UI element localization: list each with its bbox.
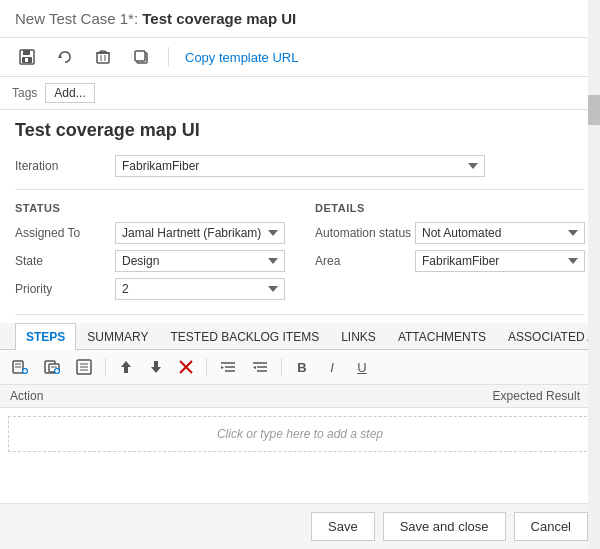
bottom-bar: Save Save and close Cancel <box>0 503 600 549</box>
add-step-icon <box>12 359 28 375</box>
toolbar-sep-3 <box>281 358 282 376</box>
priority-label: Priority <box>15 282 115 296</box>
outdent-button[interactable] <box>246 356 274 378</box>
outdent-icon <box>252 360 268 374</box>
tab-associated-automation[interactable]: ASSOCIATED AUTOMATION <box>497 323 600 350</box>
area-row: Area FabrikamFiber <box>315 250 585 272</box>
area-select[interactable]: FabrikamFiber <box>415 250 585 272</box>
automation-status-row: Automation status Not Automated Planned … <box>315 222 585 244</box>
automation-status-select[interactable]: Not Automated Planned Automated <box>415 222 585 244</box>
delete-step-icon <box>179 360 193 374</box>
toolbar-separator <box>168 47 169 67</box>
delete-step-button[interactable] <box>173 356 199 378</box>
copy-template-button[interactable]: Copy template URL <box>185 50 298 65</box>
state-select[interactable]: Design <box>115 250 285 272</box>
tab-links[interactable]: LINKS <box>330 323 387 350</box>
assigned-to-label: Assigned To <box>15 226 115 240</box>
state-row: State Design <box>15 250 285 272</box>
save-icon-button[interactable] <box>12 44 42 70</box>
toolbar-sep-1 <box>105 358 106 376</box>
delete-button[interactable] <box>88 44 118 70</box>
divider-1 <box>15 189 585 190</box>
details-section: DETAILS Automation status Not Automated … <box>305 198 585 306</box>
steps-header: Action Expected Result <box>0 385 600 408</box>
steps-area: Action Expected Result Click or type her… <box>0 385 600 452</box>
priority-row: Priority 2 <box>15 278 285 300</box>
title-bar: New Test Case 1*: Test coverage map UI <box>0 0 600 38</box>
toolbar: Copy template URL <box>0 38 600 77</box>
move-down-button[interactable] <box>143 356 169 378</box>
svg-rect-30 <box>154 361 158 367</box>
save-icon <box>19 49 35 65</box>
add-step-button[interactable] <box>6 355 34 379</box>
steps-action-col-header: Action <box>10 389 390 403</box>
iteration-row: Iteration FabrikamFiber <box>15 155 585 177</box>
steps-tabs: STEPSSUMMARYTESTED BACKLOG ITEMSLINKSATT… <box>0 323 600 350</box>
tab-tested-backlog-items[interactable]: TESTED BACKLOG ITEMS <box>159 323 330 350</box>
area-label: Area <box>315 254 415 268</box>
save-button[interactable]: Save <box>311 512 375 541</box>
svg-marker-27 <box>121 361 131 367</box>
delete-icon <box>95 49 111 65</box>
divider-2 <box>15 314 585 315</box>
svg-rect-5 <box>97 53 109 63</box>
svg-marker-36 <box>221 366 224 369</box>
bold-button[interactable]: B <box>289 356 315 379</box>
iteration-select[interactable]: FabrikamFiber <box>115 155 485 177</box>
move-down-icon <box>150 360 162 374</box>
status-section: STATUS Assigned To Jamal Hartnett (Fabri… <box>15 198 305 306</box>
title-prefix: New Test Case 1*: <box>15 10 142 27</box>
status-header: STATUS <box>15 202 285 214</box>
save-and-close-button[interactable]: Save and close <box>383 512 506 541</box>
undo-button[interactable] <box>50 44 80 70</box>
tags-label: Tags <box>12 86 37 100</box>
cancel-button[interactable]: Cancel <box>514 512 588 541</box>
two-col-section: STATUS Assigned To Jamal Hartnett (Fabri… <box>15 198 585 306</box>
insert-shared-step-button[interactable] <box>70 355 98 379</box>
automation-status-label: Automation status <box>315 226 415 240</box>
scrollbar-thumb[interactable] <box>588 95 600 125</box>
svg-marker-4 <box>58 54 62 58</box>
steps-toolbar: B I U <box>0 350 600 385</box>
tab-steps[interactable]: STEPS <box>15 323 76 350</box>
assigned-to-row: Assigned To Jamal Hartnett (Fabrikam) <box>15 222 285 244</box>
svg-rect-1 <box>23 50 30 55</box>
copy-button[interactable] <box>126 44 156 70</box>
copy-icon <box>133 49 149 65</box>
italic-button[interactable]: I <box>319 356 345 379</box>
state-label: State <box>15 254 115 268</box>
underline-button[interactable]: U <box>349 356 375 379</box>
undo-icon <box>57 49 73 65</box>
assigned-to-select[interactable]: Jamal Hartnett (Fabrikam) <box>115 222 285 244</box>
move-up-button[interactable] <box>113 356 139 378</box>
iteration-label: Iteration <box>15 159 115 173</box>
add-shared-step-button[interactable] <box>38 355 66 379</box>
add-shared-step-icon <box>44 359 60 375</box>
tab-summary[interactable]: SUMMARY <box>76 323 159 350</box>
svg-marker-40 <box>253 366 256 369</box>
move-up-icon <box>120 360 132 374</box>
svg-rect-3 <box>25 58 28 62</box>
svg-rect-10 <box>135 51 145 61</box>
steps-result-col-header: Expected Result <box>390 389 590 403</box>
toolbar-sep-2 <box>206 358 207 376</box>
details-header: DETAILS <box>315 202 585 214</box>
insert-shared-step-icon <box>76 359 92 375</box>
svg-marker-29 <box>151 367 161 373</box>
indent-button[interactable] <box>214 356 242 378</box>
tags-add-button[interactable]: Add... <box>45 83 94 103</box>
tags-row: Tags Add... <box>0 77 600 110</box>
add-step-row[interactable]: Click or type here to add a step <box>8 416 592 452</box>
main-content: Test coverage map UI Iteration FabrikamF… <box>0 110 600 540</box>
title-main: Test coverage map UI <box>142 10 296 27</box>
priority-select[interactable]: 2 <box>115 278 285 300</box>
work-item-title: Test coverage map UI <box>15 120 585 141</box>
indent-icon <box>220 360 236 374</box>
tab-attachments[interactable]: ATTACHMENTS <box>387 323 497 350</box>
svg-rect-28 <box>124 367 128 373</box>
scrollbar-track[interactable] <box>588 0 600 549</box>
